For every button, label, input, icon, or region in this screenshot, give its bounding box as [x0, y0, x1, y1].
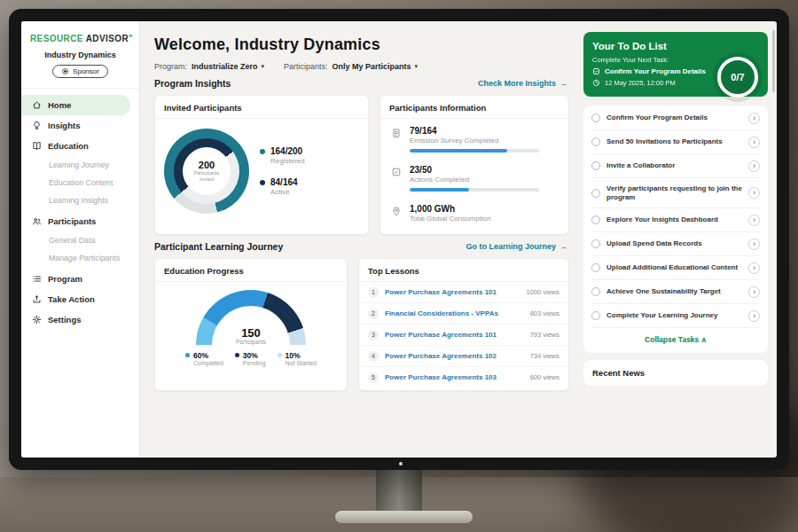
sidebar-item-education[interactable]: Education	[21, 136, 139, 156]
donut-legend: 164/200 Registered 84/164 Active	[260, 146, 305, 196]
sidebar-item-home[interactable]: Home	[21, 95, 130, 115]
lesson-row[interactable]: 2 Financial Considerations - VPPAs 803 v…	[359, 303, 568, 325]
segment-label: Pending	[243, 360, 266, 366]
sidebar-item-manage-participants[interactable]: Manage Participants	[21, 249, 139, 267]
clipboard-icon	[391, 128, 402, 138]
sidebar-item-general-data[interactable]: General Data	[21, 231, 139, 249]
collapse-tasks-link[interactable]: Collapse Tasks ∧	[591, 328, 760, 352]
task-checkbox[interactable]	[591, 287, 600, 296]
lesson-rank: 3	[368, 330, 379, 340]
power-led	[399, 462, 403, 466]
task-checkbox[interactable]	[591, 189, 600, 198]
chevron-right-icon[interactable]: ›	[748, 310, 760, 322]
lesson-row[interactable]: 5 Power Purchase Agreements 103 600 view…	[359, 367, 568, 387]
task-checkbox[interactable]	[591, 161, 600, 170]
checklist-icon	[391, 167, 402, 177]
sidebar-item-settings[interactable]: Settings	[21, 309, 139, 330]
go-to-learning-journey-link[interactable]: Go to Learning Journey →	[466, 242, 567, 251]
task-row[interactable]: Upload Additional Educational Content ›	[591, 256, 760, 280]
education-progress-title: Education Progress	[155, 259, 347, 282]
task-row[interactable]: Complete Your Learning Journey ›	[591, 304, 760, 328]
chevron-right-icon[interactable]: ›	[748, 262, 760, 274]
chevron-down-icon: ▾	[262, 63, 265, 70]
lesson-row[interactable]: 1 Power Purchase Agreements 101 1000 vie…	[359, 282, 568, 303]
task-checkbox[interactable]	[591, 137, 600, 146]
task-checkbox[interactable]	[591, 239, 600, 248]
sidebar-nav: Home Insights Education Learning Journey…	[21, 89, 139, 336]
todo-subtitle: Complete Your Next Task:	[592, 56, 716, 64]
chevron-right-icon[interactable]: ›	[748, 187, 760, 199]
todo-tasks-card: Confirm Your Program Details › Send 50 I…	[583, 106, 768, 353]
task-label: Verify participants requesting to join t…	[606, 184, 742, 202]
program-insights-title: Program Insights	[154, 78, 231, 89]
pin-icon	[391, 206, 402, 216]
task-row[interactable]: Achieve One Sustainability Target ›	[591, 280, 760, 304]
sidebar-item-insights[interactable]: Insights	[21, 115, 139, 136]
task-row[interactable]: Explore Your Insights Dashboard ›	[591, 208, 760, 232]
gear-icon	[32, 315, 42, 325]
sidebar-item-label: Insights	[48, 121, 80, 130]
sidebar-item-learning-journey[interactable]: Learning Journey	[21, 156, 139, 174]
lesson-link[interactable]: Power Purchase Agreements 101	[385, 288, 520, 296]
participants-dropdown[interactable]: Participants: Only My Participants ▾	[284, 62, 418, 71]
lesson-views: 803 views	[530, 309, 559, 317]
filter-bar: Program: Industrialize Zero ▾ Participan…	[154, 62, 569, 71]
sidebar-item-label: Learning Journey	[49, 160, 109, 169]
arrow-up-icon	[32, 294, 42, 304]
stat-value: 23/50	[410, 165, 539, 175]
check-more-insights-link[interactable]: Check More Insights →	[478, 79, 567, 88]
chevron-right-icon[interactable]: ›	[748, 113, 760, 124]
registered-value: 164/200	[270, 146, 305, 156]
task-row[interactable]: Invite a Collaborator ›	[591, 154, 760, 178]
stat-progress-track	[410, 149, 539, 153]
legend-dot-pending	[235, 353, 239, 357]
task-checkbox[interactable]	[591, 215, 600, 224]
lesson-row[interactable]: 3 Power Purchase Agreements 101 793 view…	[359, 325, 568, 346]
education-progress-card: Education Progress 150 Participants	[154, 258, 348, 391]
todo-progress-value: 0/7	[731, 72, 744, 82]
task-checkbox[interactable]	[591, 263, 600, 272]
sidebar-item-take-action[interactable]: Take Action	[21, 289, 139, 309]
chevron-right-icon[interactable]: ›	[748, 286, 760, 298]
lesson-link[interactable]: Power Purchase Agreements 101	[385, 331, 524, 339]
stat-label: Actions Completed	[410, 176, 539, 184]
education-gauge: 150 Participants	[196, 290, 306, 345]
sidebar-item-participants[interactable]: Participants	[21, 211, 139, 231]
lesson-link[interactable]: Power Purchase Agreements 102	[385, 352, 524, 360]
book-icon	[32, 141, 42, 151]
chevron-right-icon[interactable]: ›	[748, 215, 760, 226]
todo-next-task: Confirm Your Program Details	[592, 67, 724, 75]
lesson-link[interactable]: Financial Considerations - VPPAs	[385, 309, 524, 317]
legend-dot-completed	[185, 353, 190, 357]
gauge-center: 150 Participants	[196, 327, 306, 345]
program-dropdown[interactable]: Program: Industrialize Zero ▾	[154, 62, 264, 71]
lesson-row[interactable]: 4 Power Purchase Agreements 102 734 view…	[359, 346, 568, 367]
gauge-center-value: 150	[196, 327, 306, 339]
registered-label: Registered	[270, 157, 305, 165]
photo-scene: RESOURCE ADVISOR+ Industry Dynamics Spon…	[0, 0, 798, 532]
scrollbar[interactable]	[772, 30, 775, 92]
stat-label: Total Global Consumption	[410, 215, 491, 223]
task-row[interactable]: Upload Spend Data Records ›	[591, 232, 760, 256]
task-row[interactable]: Verify participants requesting to join t…	[591, 178, 760, 208]
sidebar-item-education-content[interactable]: Education Content	[21, 174, 139, 192]
task-checkbox[interactable]	[591, 311, 600, 320]
task-checkbox[interactable]	[591, 113, 600, 122]
task-label: Send 50 Invitations to Participants	[606, 137, 742, 146]
lesson-rank: 2	[368, 309, 379, 319]
chevron-right-icon[interactable]: ›	[748, 160, 760, 172]
sidebar-item-label: Settings	[48, 315, 81, 325]
chevron-right-icon[interactable]: ›	[748, 137, 760, 148]
task-row[interactable]: Send 50 Invitations to Participants ›	[591, 130, 760, 154]
task-row[interactable]: Confirm Your Program Details ›	[591, 106, 760, 130]
invited-participants-title: Invited Participants	[155, 96, 368, 119]
segment-value: 60%	[193, 351, 223, 360]
org-block: Industry Dynamics Sponsor	[21, 49, 139, 89]
program-insights-header: Program Insights Check More Insights →	[154, 78, 567, 89]
lesson-link[interactable]: Power Purchase Agreements 103	[385, 373, 524, 381]
sidebar: RESOURCE ADVISOR+ Industry Dynamics Spon…	[21, 21, 140, 458]
chevron-right-icon[interactable]: ›	[748, 239, 760, 250]
recent-news-title: Recent News	[592, 368, 645, 378]
sidebar-item-learning-insights[interactable]: Learning Insights	[21, 192, 139, 209]
sidebar-item-program[interactable]: Program	[21, 269, 139, 289]
